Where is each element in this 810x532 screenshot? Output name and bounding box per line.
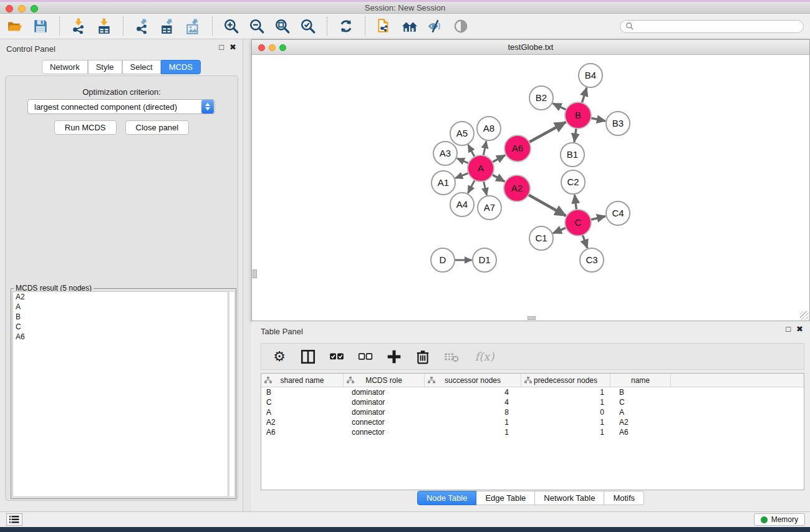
edge-A6-B[interactable] [529,122,566,142]
edge-A-A7[interactable] [484,181,487,195]
column-header-name[interactable]: name [610,374,671,387]
edge-A-A2[interactable] [492,175,504,181]
graph-node-A4[interactable]: A4 [450,193,474,216]
graph-node-C1[interactable]: C1 [529,226,553,250]
horizontal-scrollbar-thumb[interactable] [528,316,536,320]
graph-node-D[interactable]: D [431,248,455,272]
close-window-button[interactable] [6,5,13,12]
edge-A-A5[interactable] [468,145,475,157]
search-input[interactable] [637,22,798,31]
column-header-successor-nodes[interactable]: successor nodes [425,374,521,387]
edge-A-A4[interactable] [468,180,475,193]
import-network-icon[interactable] [70,17,87,35]
float-panel-icon[interactable]: □ [786,325,791,334]
edge-A2-C[interactable] [528,195,566,216]
mcds-result-item[interactable]: A2 [13,292,228,302]
zoom-window-button[interactable] [31,5,38,12]
graph-node-A8[interactable]: A8 [477,117,501,140]
edge-C-C3[interactable] [582,235,587,248]
close-panel-icon[interactable]: ✖ [796,325,803,334]
hide-graphics-details-icon[interactable] [427,17,444,35]
zoom-window-button[interactable] [279,44,286,51]
resize-grip[interactable] [800,311,809,320]
zoom-fit-icon[interactable] [274,17,291,35]
column-header-shared-name[interactable]: shared name [261,374,344,387]
mcds-result-item[interactable]: C [13,322,228,332]
graph-node-A5[interactable]: A5 [450,122,474,145]
float-panel-icon[interactable]: □ [219,43,224,52]
mcds-result-list[interactable]: A2ABCA6 [12,291,228,497]
refresh-icon[interactable] [337,17,355,35]
show-graphics-details-icon[interactable] [452,17,470,35]
close-panel-icon[interactable]: ✖ [229,43,236,52]
edge-A-A1[interactable] [455,173,468,178]
edge-B-B4[interactable] [582,88,587,103]
graph-node-B2[interactable]: B2 [529,86,553,110]
graph-node-A6[interactable]: A6 [504,135,531,162]
mcds-result-item[interactable]: A6 [13,332,228,342]
minimize-window-button[interactable] [18,5,26,12]
edge-C-C1[interactable] [553,228,566,233]
memory-button[interactable]: Memory [754,513,805,526]
table-row[interactable]: Bdominator41B [261,387,804,397]
graph-node-B4[interactable]: B4 [579,64,602,87]
edge-C-C2[interactable] [575,195,577,210]
tab-edge-table[interactable]: Edge Table [476,491,535,505]
graph-node-B3[interactable]: B3 [606,112,630,135]
tab-select[interactable]: Select [122,60,161,74]
zoom-selected-icon[interactable] [299,17,317,35]
home-view-icon[interactable] [401,17,418,35]
table-row[interactable]: A6connector11A6 [261,427,804,437]
delete-table-icon[interactable] [443,349,460,365]
graph-node-D1[interactable]: D1 [473,248,496,272]
minimize-window-button[interactable] [269,44,276,51]
import-table-icon[interactable] [95,17,113,35]
graph-node-A[interactable]: A [468,155,494,181]
task-history-list-icon[interactable] [6,513,22,526]
network-graph-canvas[interactable]: B4B2BB3A8A5A6A3B1AA1C2A2A4A7C4CC1C3DD1 [252,55,809,321]
add-column-icon[interactable] [386,349,402,365]
graph-node-B1[interactable]: B1 [561,143,584,167]
table-row[interactable]: Adominator80A [261,407,804,417]
graph-node-C2[interactable]: C2 [561,170,585,194]
table-settings-gear-icon[interactable]: ⚙ [271,349,287,365]
close-window-button[interactable] [258,44,265,51]
tab-motifs[interactable]: Motifs [604,491,644,505]
save-session-icon[interactable] [32,17,49,35]
open-session-icon[interactable] [6,17,24,35]
edge-C-C4[interactable] [591,216,605,220]
optimization-criterion-dropdown[interactable]: largest connected component (directed) [27,99,215,114]
mcds-result-item[interactable]: B [13,312,228,322]
close-panel-button[interactable]: Close panel [125,120,190,135]
column-header-MCDS-role[interactable]: MCDS role [344,374,425,387]
edge-A-A3[interactable] [457,158,469,163]
mcds-result-item[interactable]: A [13,302,228,312]
export-table-icon[interactable] [159,17,176,35]
zoom-in-icon[interactable] [223,17,240,35]
table-row[interactable]: Cdominator41C [261,397,804,407]
edge-A-A8[interactable] [483,141,486,155]
graph-node-A7[interactable]: A7 [478,196,501,220]
tab-style[interactable]: Style [88,60,122,74]
show-columns-icon[interactable] [300,349,316,365]
column-header-predecessor-nodes[interactable]: predecessor nodes [521,374,610,387]
graph-node-C4[interactable]: C4 [606,201,630,225]
graph-node-A1[interactable]: A1 [432,171,455,195]
edge-A-A6[interactable] [492,155,505,162]
search-box[interactable] [620,20,804,33]
clone-network-icon[interactable] [375,17,393,35]
export-network-icon[interactable] [133,17,151,35]
vertical-scrollbar-thumb[interactable] [253,269,257,278]
graph-node-C[interactable]: C [565,210,591,236]
export-image-icon[interactable] [185,17,202,35]
edge-B-B3[interactable] [591,118,605,121]
edge-B-B2[interactable] [553,104,567,110]
graph-node-B[interactable]: B [565,102,591,128]
run-mcds-button[interactable]: Run MCDS [54,120,117,135]
edge-B-B1[interactable] [574,128,576,142]
zoom-out-icon[interactable] [248,17,266,35]
function-builder-icon[interactable]: f(x) [472,349,497,365]
tab-network[interactable]: Network [42,60,88,74]
network-window-titlebar[interactable]: testGlobe.txt [252,40,809,55]
tab-node-table[interactable]: Node Table [417,491,477,505]
